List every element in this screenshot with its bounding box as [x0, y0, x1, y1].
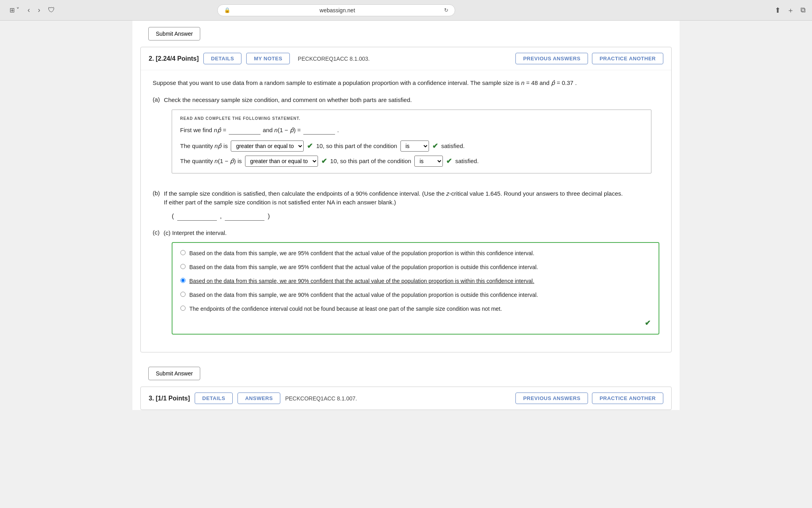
submit-area-top: Submit Answer	[132, 21, 680, 47]
part-a-label: (a)	[153, 96, 160, 181]
radio-label-3: Based on the data from this sample, we a…	[190, 277, 534, 285]
radio-option-1[interactable]: Based on the data from this sample, we a…	[180, 249, 651, 258]
question-header: 2. [2.24/4 Points] DETAILS MY NOTES PECK…	[141, 47, 671, 70]
fill-line: First we find np̂ = and n(1 − p̂) = .	[180, 125, 643, 135]
url-text: webassign.net	[234, 7, 441, 13]
submit-answer-bottom-button[interactable]: Submit Answer	[148, 367, 200, 380]
previous-answers-button[interactable]: PREVIOUS ANSWERS	[515, 53, 588, 64]
part-c-check-icon: ✔	[645, 319, 651, 327]
share-button[interactable]: ⬆	[775, 6, 781, 15]
cond2-dropdown1[interactable]: greater than or equal to less than	[245, 156, 318, 167]
part-c-content: (c) Interpret the interval. Based on the…	[164, 229, 660, 335]
question-number-points: 2. [2.24/4 Points]	[149, 55, 199, 62]
browser-actions: ⬆ ＋ ⧉	[775, 6, 806, 15]
cond1-check2: ✔	[432, 142, 438, 150]
condition-1-line: The quantity np̂ is greater than or equa…	[180, 140, 643, 152]
n1mp-input[interactable]	[303, 126, 335, 135]
my-notes-button[interactable]: MY NOTES	[246, 53, 290, 64]
cond2-value: 10, so this part of the condition	[330, 158, 411, 164]
refresh-button[interactable]: ↻	[444, 7, 448, 13]
cond2-suffix: satisfied.	[455, 158, 479, 164]
part-a-content: Check the necessary sample size conditio…	[164, 96, 659, 181]
next-answers-button[interactable]: ANSWERS	[237, 393, 280, 404]
sidebar-toggle-button[interactable]: ⊞ ˅	[6, 5, 23, 15]
radio-check-area: ✔	[180, 319, 651, 327]
cond2-check2: ✔	[446, 157, 452, 165]
question-body: Suppose that you want to use data from a…	[141, 70, 671, 352]
radio-input-1[interactable]	[180, 250, 186, 255]
details-button[interactable]: DETAILS	[203, 53, 241, 64]
browser-chrome: ⊞ ˅ ‹ › 🛡 🔒 webassign.net ↻ ⬆ ＋ ⧉	[0, 0, 812, 21]
interval-lower-input[interactable]	[177, 212, 217, 221]
address-bar: 🔒 webassign.net ↻	[217, 4, 455, 16]
radio-option-2[interactable]: Based on the data from this sample, we a…	[180, 263, 651, 271]
next-details-button[interactable]: DETAILS	[195, 393, 233, 404]
cond1-check1: ✔	[307, 142, 313, 150]
next-question-preview: 3. [1/1 Points] DETAILS ANSWERS PECKCORE…	[140, 387, 672, 410]
next-previous-answers-button[interactable]: PREVIOUS ANSWERS	[515, 393, 588, 404]
interval-comma: ,	[220, 213, 222, 220]
page-content: Submit Answer 2. [2.24/4 Points] DETAILS…	[132, 21, 680, 410]
radio-label-1: Based on the data from this sample, we a…	[190, 249, 534, 258]
fill-line-period: .	[337, 125, 339, 135]
new-tab-button[interactable]: ＋	[787, 6, 794, 15]
condition-2-line: The quantity n(1 − p̂) is greater than o…	[180, 156, 643, 167]
problem-statement: Suppose that you want to use data from a…	[153, 78, 659, 88]
submit-answer-top-button[interactable]: Submit Answer	[148, 27, 200, 40]
radio-options-box: Based on the data from this sample, we a…	[172, 242, 660, 335]
shield-icon: 🛡	[48, 6, 55, 14]
part-b-section: (b) If the sample size condition is sati…	[153, 189, 659, 221]
fieldset-legend: Read and complete the following statemen…	[180, 116, 643, 121]
part-c-label: (c)	[153, 229, 160, 335]
part-b-description: If the sample size condition is satisfie…	[164, 189, 659, 207]
cond1-suffix: satisfied.	[441, 142, 465, 149]
interval-open-paren: (	[172, 213, 174, 220]
cond1-prefix: The quantity np̂ is	[180, 142, 228, 150]
browser-nav-group: ⊞ ˅ ‹ ›	[6, 4, 43, 16]
part-c-description: (c) Interpret the interval.	[164, 229, 660, 238]
header-right-buttons: PREVIOUS ANSWERS PRACTICE ANOTHER	[515, 53, 663, 64]
next-question-code: PECKCOREQ1ACC 8.1.007.	[285, 395, 357, 402]
cond2-prefix: The quantity n(1 − p̂) is	[180, 158, 242, 165]
cond1-dropdown1[interactable]: greater than or equal to less than	[231, 140, 304, 152]
radio-label-5: The endpoints of the confidence interval…	[190, 305, 502, 313]
radio-input-4[interactable]	[180, 292, 186, 297]
radio-option-4[interactable]: Based on the data from this sample, we a…	[180, 291, 651, 299]
part-c-section: (c) (c) Interpret the interval. Based on…	[153, 229, 659, 335]
radio-input-5[interactable]	[180, 306, 186, 311]
part-a-description: Check the necessary sample size conditio…	[164, 96, 659, 105]
tabs-button[interactable]: ⧉	[801, 6, 806, 14]
practice-another-button[interactable]: PRACTICE ANOTHER	[592, 53, 663, 64]
forward-button[interactable]: ›	[34, 4, 43, 16]
cond2-dropdown2[interactable]: is is not	[414, 156, 443, 167]
radio-option-5[interactable]: The endpoints of the confidence interval…	[180, 305, 651, 313]
radio-option-3[interactable]: Based on the data from this sample, we a…	[180, 277, 651, 285]
part-b-content: If the sample size condition is satisfie…	[164, 189, 659, 221]
interval-inputs: ( , )	[172, 212, 659, 221]
fill-line-and: and n(1 − p̂) =	[263, 125, 301, 135]
question-code: PECKCOREQ1ACC 8.1.003.	[298, 56, 370, 62]
radio-input-2[interactable]	[180, 264, 186, 269]
radio-label-4: Based on the data from this sample, we a…	[190, 291, 538, 299]
lock-icon: 🔒	[224, 7, 230, 13]
cond2-check1: ✔	[321, 157, 327, 165]
back-button[interactable]: ‹	[24, 4, 33, 16]
fieldset-box: Read and complete the following statemen…	[172, 110, 651, 173]
next-question-number: 3. [1/1 Points]	[149, 395, 190, 402]
interval-close-paren: )	[268, 213, 270, 220]
radio-input-3[interactable]	[180, 278, 186, 283]
part-b-label: (b)	[153, 189, 160, 221]
next-practice-button[interactable]: PRACTICE ANOTHER	[592, 393, 663, 404]
np-hat-input[interactable]	[229, 126, 260, 135]
interval-upper-input[interactable]	[225, 212, 264, 221]
radio-label-2: Based on the data from this sample, we a…	[190, 263, 538, 271]
cond1-value: 10, so this part of the condition	[316, 142, 397, 149]
fill-line-text1: First we find np̂ =	[180, 125, 226, 135]
part-a-section: (a) Check the necessary sample size cond…	[153, 96, 659, 181]
cond1-dropdown2[interactable]: is is not	[400, 140, 429, 152]
question-container: 2. [2.24/4 Points] DETAILS MY NOTES PECK…	[140, 47, 672, 352]
submit-area-bottom: Submit Answer	[132, 360, 680, 387]
